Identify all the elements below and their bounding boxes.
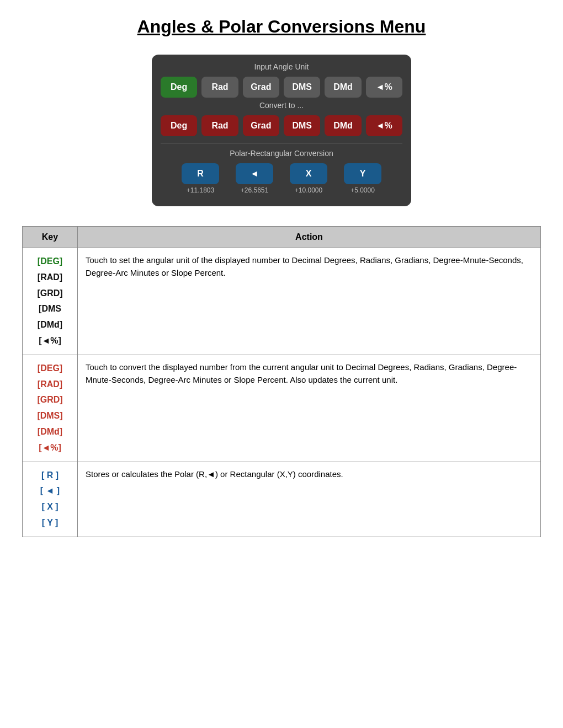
polar-angle-btn[interactable]: ◄ — [236, 163, 273, 184]
input-btn-row: Deg Rad Grad DMS DMd ◄% — [161, 77, 402, 98]
key-r-blue: [ R ] — [30, 468, 70, 484]
input-grad-btn[interactable]: Grad — [243, 77, 279, 98]
polar-r-col: R +11.1803 — [176, 163, 225, 194]
key-dmd-black: [DMd] — [30, 317, 70, 333]
key-grd-red: [GRD] — [30, 392, 70, 408]
input-dmd-btn[interactable]: DMd — [325, 77, 361, 98]
action-cell-3: Stores or calculates the Polar (R,◄) or … — [78, 462, 541, 537]
convert-label: Convert to ... — [161, 101, 402, 110]
table-row: [DEG] [RAD] [GRD] [DMS [DMd] [◄%] Touch … — [23, 248, 541, 355]
key-cell-2: [DEG] [RAD] [GRD] [DMS] [DMd] [◄%] — [23, 355, 78, 462]
col-header-key: Key — [23, 227, 78, 248]
page-title: Angles & Polar Conversions Menu — [22, 17, 541, 37]
convert-dmd-btn[interactable]: DMd — [325, 115, 361, 136]
key-cell-1: [DEG] [RAD] [GRD] [DMS [DMd] [◄%] — [23, 248, 78, 355]
key-rad-black: [RAD] — [30, 270, 70, 286]
col-header-action: Action — [78, 227, 541, 248]
polar-label: Polar-Rectangular Conversion — [161, 149, 402, 158]
polar-y-col: Y +5.0000 — [338, 163, 387, 194]
convert-dms-btn[interactable]: DMS — [284, 115, 320, 136]
key-dms-black: [DMS — [30, 301, 70, 317]
key-dms-red: [DMS] — [30, 408, 70, 424]
polar-angle-val: +26.5651 — [241, 186, 268, 194]
key-deg-red: [DEG] — [30, 361, 70, 377]
polar-x-btn[interactable]: X — [290, 163, 327, 184]
polar-r-val: +11.1803 — [187, 186, 214, 194]
input-label: Input Angle Unit — [161, 62, 402, 71]
polar-x-col: X +10.0000 — [284, 163, 333, 194]
input-rad-btn[interactable]: Rad — [201, 77, 238, 98]
polar-r-btn[interactable]: R — [182, 163, 219, 184]
convert-deg-btn[interactable]: Deg — [161, 115, 197, 136]
convert-grad-btn[interactable]: Grad — [243, 115, 279, 136]
table-row: [DEG] [RAD] [GRD] [DMS] [DMd] [◄%] Touch… — [23, 355, 541, 462]
action-cell-1: Touch to set the angular unit of the dis… — [78, 248, 541, 355]
key-pct-red: [◄%] — [30, 440, 70, 456]
convert-pct-btn[interactable]: ◄% — [366, 115, 402, 136]
reference-table: Key Action [DEG] [RAD] [GRD] [DMS [DMd] … — [22, 226, 541, 537]
key-pct-black: [◄%] — [30, 333, 70, 349]
divider — [161, 143, 402, 143]
key-rad-red: [RAD] — [30, 377, 70, 393]
input-dms-btn[interactable]: DMS — [284, 77, 320, 98]
key-y-blue: [ Y ] — [30, 515, 70, 531]
convert-rad-btn[interactable]: Rad — [201, 115, 238, 136]
key-grd-black: [GRD] — [30, 286, 70, 302]
polar-angle-col: ◄ +26.5651 — [230, 163, 279, 194]
convert-btn-row: Deg Rad Grad DMS DMd ◄% — [161, 115, 402, 136]
key-angle-blue: [ ◄ ] — [30, 483, 70, 499]
table-row: [ R ] [ ◄ ] [ X ] [ Y ] Stores or calcul… — [23, 462, 541, 537]
polar-y-val: +5.0000 — [350, 186, 375, 194]
input-deg-btn[interactable]: Deg — [161, 77, 197, 98]
key-deg-green: [DEG] — [30, 254, 70, 270]
polar-btn-row: R +11.1803 ◄ +26.5651 X +10.0000 Y +5.00… — [161, 163, 402, 194]
key-x-blue: [ X ] — [30, 499, 70, 515]
key-cell-3: [ R ] [ ◄ ] [ X ] [ Y ] — [23, 462, 78, 537]
input-pct-btn[interactable]: ◄% — [366, 77, 402, 98]
polar-x-val: +10.0000 — [295, 186, 322, 194]
key-dmd-red: [DMd] — [30, 424, 70, 440]
polar-y-btn[interactable]: Y — [344, 163, 381, 184]
calc-panel: Input Angle Unit Deg Rad Grad DMS DMd ◄%… — [152, 55, 411, 206]
action-cell-2: Touch to convert the displayed number fr… — [78, 355, 541, 462]
